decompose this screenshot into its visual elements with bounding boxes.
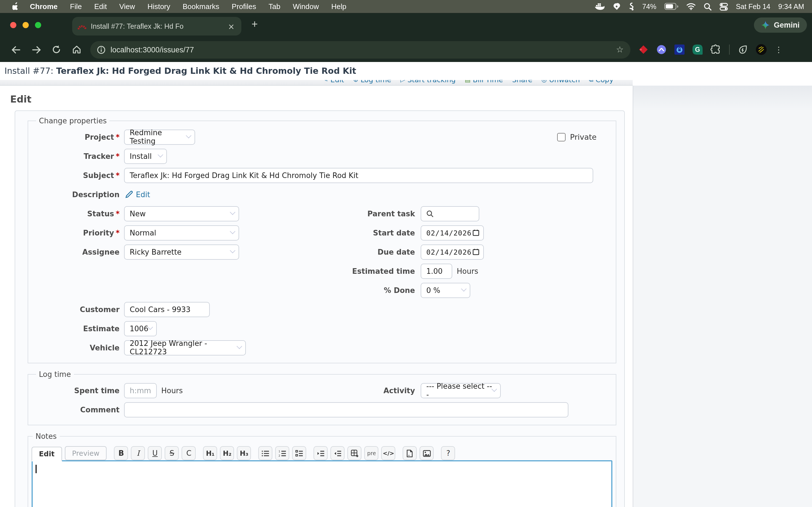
home-button[interactable]: [66, 40, 87, 60]
help-button[interactable]: ?: [441, 446, 455, 460]
inline-code-button[interactable]: C: [182, 446, 196, 460]
notes-textarea[interactable]: [32, 460, 612, 507]
control-center-icon[interactable]: [719, 3, 728, 10]
raycast-icon[interactable]: [612, 3, 621, 10]
priority-label: Priority*: [35, 228, 122, 237]
log-time-fieldset: Log time Spent time h:mm Hours Activity: [28, 370, 616, 425]
start-tracking-action-link[interactable]: ▷Start tracking: [400, 80, 456, 84]
parent-task-label: Parent task: [316, 209, 418, 218]
code-block-button[interactable]: </>: [382, 446, 396, 460]
browser-menu-icon[interactable]: ⋮: [775, 45, 783, 54]
customer-label: Customer: [35, 305, 122, 314]
new-tab-button[interactable]: +: [252, 18, 258, 31]
italic-button[interactable]: I: [131, 446, 145, 460]
copy-action-link[interactable]: ⧉Copy: [589, 80, 613, 84]
vehicle-row: Vehicle 2012 Jeep Wrangler - CL212723: [35, 338, 609, 357]
heading2-button[interactable]: H₂: [220, 446, 234, 460]
menubar-item-view[interactable]: View: [119, 2, 135, 11]
tab-close-icon[interactable]: ×: [227, 22, 236, 31]
customer-input[interactable]: Cool Cars - 9933: [124, 302, 210, 317]
status-parent-row: Status* New Parent task: [35, 204, 609, 223]
description-edit-link[interactable]: Edit: [136, 190, 150, 199]
activity-select[interactable]: --- Please select ---: [421, 383, 501, 398]
menubar-item-help[interactable]: Help: [331, 2, 347, 11]
spotlight-search-icon[interactable]: [704, 3, 712, 10]
menubar-time[interactable]: 9:34 AM: [778, 3, 804, 10]
heading3-button[interactable]: H₃: [237, 446, 251, 460]
docker-icon[interactable]: [595, 3, 605, 10]
menubar-app-name[interactable]: Chrome: [30, 2, 57, 11]
extensions-puzzle-icon[interactable]: [711, 44, 721, 55]
forward-button[interactable]: [26, 40, 46, 60]
wifi-icon[interactable]: [686, 3, 696, 10]
site-info-icon[interactable]: [97, 45, 105, 54]
preformatted-button[interactable]: pre: [364, 446, 378, 460]
redgate-extension-icon[interactable]: [638, 45, 649, 55]
menubar-item-window[interactable]: Window: [293, 2, 319, 11]
underline-button[interactable]: U: [148, 446, 162, 460]
unwatch-action-link[interactable]: ◎Unwatch: [541, 80, 580, 84]
share-action-link[interactable]: Share: [512, 80, 532, 84]
reload-button[interactable]: [46, 40, 66, 60]
comment-row: Comment: [35, 400, 609, 419]
status-select[interactable]: New: [124, 206, 239, 221]
subject-input[interactable]: Teraflex Jk: Hd Forged Drag Link Kit & H…: [124, 168, 593, 183]
snake-icon[interactable]: [629, 2, 635, 11]
apple-logo-icon[interactable]: [12, 2, 20, 11]
purple-extension-icon[interactable]: [656, 45, 666, 55]
insert-image-icon[interactable]: [420, 446, 434, 460]
start-date-input[interactable]: 02/14/2026: [421, 225, 484, 240]
tracker-select[interactable]: Install: [124, 149, 167, 164]
assignee-select[interactable]: Ricky Barrette: [124, 244, 239, 260]
notes-tab-preview[interactable]: Preview: [65, 446, 107, 460]
log-time-action-link[interactable]: ⊕Log time: [353, 80, 391, 84]
calendar-icon[interactable]: [472, 248, 479, 255]
attach-file-icon[interactable]: ∞: [403, 446, 417, 460]
profile-avatar[interactable]: [756, 44, 767, 55]
insert-table-icon[interactable]: [348, 446, 362, 460]
unordered-list-icon[interactable]: [259, 446, 273, 460]
strikethrough-button[interactable]: S: [165, 446, 179, 460]
address-bar[interactable]: localhost:3000/issues/77 ☆: [90, 41, 630, 58]
due-date-input[interactable]: 02/14/2026: [421, 244, 484, 260]
estimate-select[interactable]: 1006: [124, 321, 157, 336]
window-zoom-button[interactable]: [35, 22, 41, 28]
back-button[interactable]: [6, 40, 26, 60]
vehicle-select[interactable]: 2012 Jeep Wrangler - CL212723: [124, 340, 246, 355]
menubar-item-edit[interactable]: Edit: [94, 2, 107, 11]
private-checkbox[interactable]: [557, 133, 566, 141]
grammarly-extension-icon[interactable]: G: [693, 45, 703, 55]
estimated-time-input[interactable]: 1.00: [421, 263, 452, 279]
heading1-button[interactable]: H₁: [203, 446, 217, 460]
menubar-item-file[interactable]: File: [70, 2, 82, 11]
window-close-button[interactable]: [10, 22, 16, 28]
priority-select[interactable]: Normal: [124, 225, 239, 240]
notes-tab-edit[interactable]: Edit: [32, 447, 62, 461]
gemini-button[interactable]: Gemini: [754, 17, 807, 33]
edit-action-link[interactable]: ✎Edit: [323, 80, 344, 84]
bill-time-action-link[interactable]: ▤Bill Time: [465, 80, 503, 84]
menubar-item-history[interactable]: History: [147, 2, 170, 11]
calendar-icon[interactable]: [472, 229, 479, 236]
indent-icon[interactable]: [314, 446, 328, 460]
spent-time-unit: Hours: [161, 386, 183, 395]
bookmark-star-icon[interactable]: ☆: [616, 45, 624, 55]
menubar-date[interactable]: Sat Feb 14: [736, 3, 770, 10]
battery-saver-leaf-icon[interactable]: [738, 45, 748, 55]
menubar-item-tab[interactable]: Tab: [269, 2, 281, 11]
url-text[interactable]: localhost:3000/issues/77: [110, 45, 194, 54]
ordered-list-icon[interactable]: 12: [275, 446, 290, 460]
bold-button[interactable]: B: [114, 446, 128, 460]
project-select[interactable]: Redmine Testing: [124, 129, 195, 145]
window-minimize-button[interactable]: [22, 22, 29, 28]
spent-time-input[interactable]: h:mm: [124, 383, 157, 398]
menubar-item-bookmarks[interactable]: Bookmarks: [183, 2, 219, 11]
lock-extension-icon[interactable]: [674, 45, 684, 55]
definition-list-icon[interactable]: [292, 446, 306, 460]
browser-tab[interactable]: Install #77: Teraflex Jk: Hd Fo ×: [72, 17, 241, 36]
menubar-item-profiles[interactable]: Profiles: [232, 2, 256, 11]
outdent-icon[interactable]: [331, 446, 345, 460]
done-ratio-select[interactable]: 0 %: [421, 283, 470, 298]
comment-input[interactable]: [124, 402, 568, 417]
parent-task-input[interactable]: [421, 206, 479, 221]
